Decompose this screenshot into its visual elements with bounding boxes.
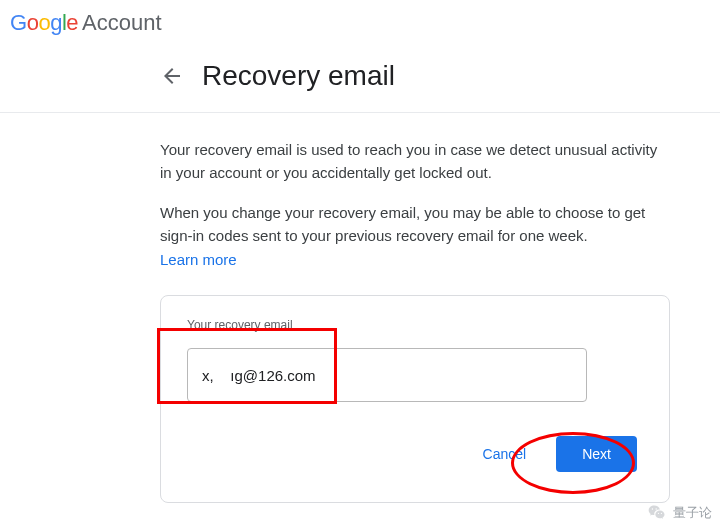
wechat-icon [647, 503, 667, 523]
form-actions: Cancel Next [187, 436, 643, 472]
description-2: When you change your recovery email, you… [160, 202, 670, 247]
description-1: Your recovery email is used to reach you… [160, 139, 670, 184]
page-title: Recovery email [202, 60, 395, 92]
title-row: Recovery email [0, 42, 720, 112]
main-content: Your recovery email is used to reach you… [0, 113, 720, 503]
watermark-text: 量子论 [673, 504, 712, 522]
cancel-button[interactable]: Cancel [473, 438, 537, 470]
google-logo: Google [10, 10, 78, 36]
next-button[interactable]: Next [556, 436, 637, 472]
recovery-email-input[interactable] [187, 348, 587, 402]
app-header: Google Account [0, 0, 720, 42]
learn-more-link[interactable]: Learn more [160, 251, 237, 268]
back-arrow-icon[interactable] [160, 64, 184, 88]
watermark: 量子论 [647, 503, 712, 523]
recovery-email-card: Your recovery email Cancel Next [160, 295, 670, 503]
field-label: Your recovery email [187, 318, 643, 332]
account-label: Account [82, 10, 162, 36]
